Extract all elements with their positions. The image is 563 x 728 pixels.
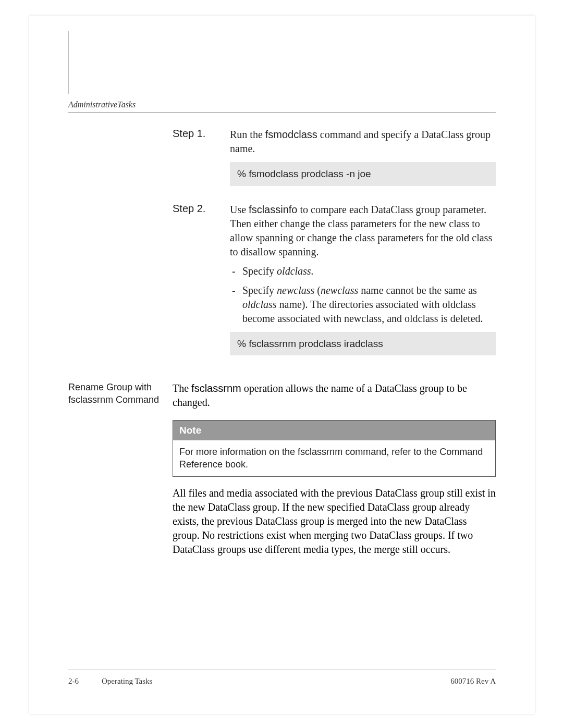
note-a: For more information on the <box>179 447 298 457</box>
step-1: Step 1. Run the fsmodclass command and s… <box>173 128 496 195</box>
step-1-code: % fsmodclass prodclass -n joe <box>230 162 496 186</box>
page: AdministrativeTasks Step 1. Run the fsmo… <box>29 16 535 714</box>
section-side-label: Rename Group with fsclassrnm Command <box>68 381 173 556</box>
bullet-1-text: Specify oldclass. <box>242 264 496 278</box>
step-1-cmd: fsmodclass <box>265 129 317 140</box>
b2-it3: oldclass <box>242 299 277 310</box>
step-1-text-prefix: Run the <box>230 129 265 140</box>
step-2-text-prefix: Use <box>230 204 249 215</box>
note-body: For more information on the fsclassrnm c… <box>173 440 495 476</box>
step-2-body: Use fsclassinfo to compare each DataClas… <box>230 203 496 365</box>
bullet-dash: - <box>230 264 242 278</box>
bullet-2-text: Specify newclass (newclass name cannot b… <box>242 283 496 326</box>
step-1-label: Step 1. <box>173 128 230 195</box>
header-rule <box>68 112 496 113</box>
section-para: All files and media associated with the … <box>173 486 496 557</box>
b2-d: name). The directories associated with o… <box>242 299 483 324</box>
footer-rev: 600716 Rev A <box>450 677 496 686</box>
b2-c: name cannot be the same as <box>358 285 477 296</box>
intro-cmd: fsclassrnm <box>191 382 241 394</box>
section-body: The fsclassrnm operation allows the name… <box>173 381 496 556</box>
footer-page: 2-6 <box>68 677 79 686</box>
b2-it1: newclass <box>277 285 314 296</box>
steps-area: Step 1. Run the fsmodclass command and s… <box>173 128 496 365</box>
step-2-bullets: - Specify oldclass. - Specify newclass (… <box>230 264 496 326</box>
step-2-label: Step 2. <box>173 203 230 365</box>
bullet-1-pre: Specify <box>242 265 277 277</box>
note-cmd: fsclassrnm <box>298 447 342 457</box>
bullet-1: - Specify oldclass. <box>230 264 496 278</box>
margin-line <box>68 31 69 94</box>
running-header: AdministrativeTasks <box>68 100 136 109</box>
content-area: Step 1. Run the fsmodclass command and s… <box>68 128 496 557</box>
bullet-dash: - <box>230 283 242 326</box>
b2-it2: newclass <box>321 285 358 296</box>
step-2: Step 2. Use fsclassinfo to compare each … <box>173 203 496 365</box>
intro-a: The <box>173 382 191 394</box>
b2-b: ( <box>314 285 321 296</box>
step-2-cmd: fsclassinfo <box>249 204 297 215</box>
step-1-body: Run the fsmodclass command and specify a… <box>230 128 496 195</box>
rename-section: Rename Group with fsclassrnm Command The… <box>68 381 496 556</box>
step-2-code: % fsclassrnm prodclass iradclass <box>230 332 496 356</box>
b2-a: Specify <box>242 285 277 296</box>
bullet-2: - Specify newclass (newclass name cannot… <box>230 283 496 326</box>
footer-title: Operating Tasks <box>102 677 152 686</box>
bullet-1-it: oldclass. <box>277 265 314 277</box>
note-header: Note <box>173 421 495 440</box>
footer-left: 2-6 Operating Tasks <box>68 677 152 686</box>
footer: 2-6 Operating Tasks 600716 Rev A <box>68 677 496 686</box>
note-box: Note For more information on the fsclass… <box>173 420 496 476</box>
footer-rule <box>68 670 496 670</box>
